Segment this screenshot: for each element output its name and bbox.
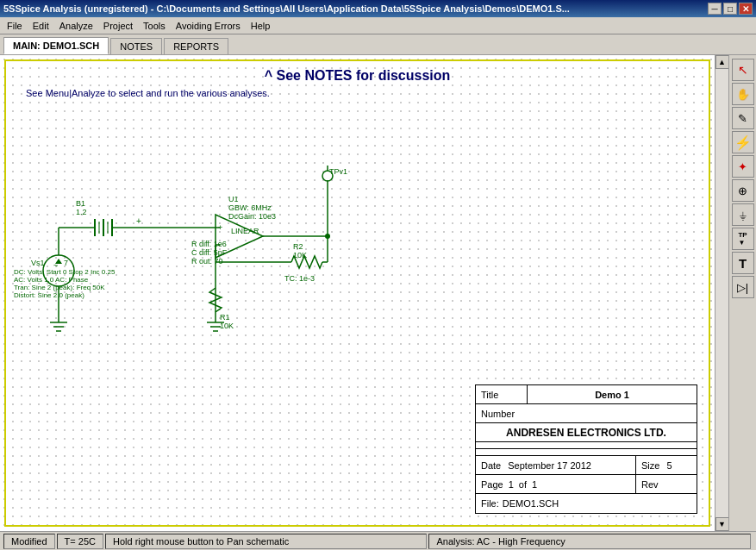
ground-icon: ⏚ — [740, 209, 747, 222]
menu-edit[interactable]: Edit — [28, 19, 54, 33]
tab-notes[interactable]: NOTES — [110, 38, 162, 54]
tab-bar: MAIN: DEMO1.SCH NOTES REPORTS — [0, 34, 756, 55]
diode-icon: ▷| — [737, 281, 748, 294]
probe-icon: TP▼ — [738, 231, 747, 247]
menu-avoiding-errors[interactable]: Avoiding Errors — [171, 19, 246, 33]
svg-text:U1: U1 — [228, 195, 239, 203]
svg-text:Vs1: Vs1 — [31, 259, 45, 267]
temperature-status: T= 25C — [57, 534, 103, 549]
scroll-track[interactable] — [715, 69, 728, 517]
of-label: of — [519, 479, 527, 490]
component-icon: ✦ — [738, 160, 747, 173]
menu-project[interactable]: Project — [98, 19, 138, 33]
title-bar: 5SSpice Analysis (unregistered) - C:\Doc… — [0, 0, 756, 17]
text-tool-button[interactable]: T — [732, 252, 754, 274]
date-value: September 17 2012 — [508, 460, 591, 471]
number-label: Number — [476, 404, 520, 422]
cursor-icon: ↖ — [738, 63, 748, 77]
svg-text:DC: Volts: Start 0 Stop 2 Inc : DC: Volts: Start 0 Stop 2 Inc 0.25 — [14, 268, 116, 276]
date-label: Date — [481, 460, 501, 471]
tab-reports[interactable]: REPORTS — [164, 38, 228, 54]
temperature-label: T= 25C — [65, 536, 96, 547]
menu-file[interactable]: File — [2, 19, 28, 33]
svg-text:DcGain: 10e3: DcGain: 10e3 — [228, 212, 276, 221]
menu-help[interactable]: Help — [246, 19, 276, 33]
file-label: File: — [481, 498, 499, 509]
svg-text:R2: R2 — [293, 242, 303, 251]
svg-text:R1: R1 — [220, 313, 230, 322]
maximize-button[interactable]: □ — [723, 3, 737, 15]
size-section: Size 5 — [636, 456, 697, 474]
ground-tool-button[interactable]: ⏚ — [732, 203, 754, 226]
page-value: 1 — [509, 479, 514, 490]
tab-main[interactable]: MAIN: DEMO1.SCH — [3, 37, 109, 54]
svg-text:Distort: Sine 2.0 (peak): Distort: Sine 2.0 (peak) — [14, 291, 84, 299]
analysis-status: Analysis: AC - High Frequency — [428, 534, 751, 549]
modified-status: Modified — [3, 534, 55, 549]
size-value: 5 — [666, 460, 672, 471]
svg-text:R diff: 1e6: R diff: 1e6 — [191, 240, 227, 248]
pencil-icon: ✎ — [738, 112, 747, 125]
svg-text:B1: B1 — [76, 199, 85, 208]
date-row: Date September 17 2012 Size 5 — [476, 456, 697, 475]
pencil-tool-button[interactable]: ✎ — [732, 107, 754, 129]
hand-icon: ✋ — [736, 88, 750, 101]
hint-status: Hold right mouse button to Pan schematic — [105, 534, 428, 549]
company-name: ANDRESEN ELECTRONICS LTD. — [476, 423, 697, 441]
svg-text:GBW: 6MHz: GBW: 6MHz — [228, 203, 272, 212]
svg-text:Tran: Sine 2 (peak): Freq 50K: Tran: Sine 2 (peak): Freq 50K — [14, 284, 105, 291]
page-label: Page — [481, 479, 503, 490]
file-section: File: DEMO1.SCH — [476, 494, 564, 513]
svg-text:7: 7 — [64, 259, 68, 267]
main-area: ^ See NOTES for discussion See Menu|Anal… — [0, 55, 756, 531]
svg-text:R out: 70: R out: 70 — [191, 257, 223, 266]
connect-tool-button[interactable]: ⊕ — [732, 179, 754, 202]
analysis-label: Analysis: AC - High Frequency — [436, 536, 565, 547]
component-tool-button[interactable]: ✦ — [732, 155, 754, 178]
number-row: Number — [476, 404, 697, 423]
file-value: DEMO1.SCH — [503, 498, 559, 509]
connect-icon: ⊕ — [738, 184, 747, 197]
title-block: Title Demo 1 Number ANDRESEN ELECTRONICS… — [475, 384, 697, 514]
file-row: File: DEMO1.SCH — [476, 494, 697, 513]
title-value: Demo 1 — [528, 385, 697, 403]
svg-text:C diff: 5pF: C diff: 5pF — [191, 248, 228, 257]
page-section: Page 1 of 1 — [476, 475, 636, 493]
size-label: Size — [641, 460, 659, 471]
svg-text:AC: Volts 1.0 AC: Phase: AC: Volts 1.0 AC: Phase — [14, 276, 89, 284]
cursor-tool-button[interactable]: ↖ — [732, 59, 754, 81]
svg-text:10K: 10K — [220, 322, 234, 330]
diode-tool-button[interactable]: ▷| — [732, 276, 754, 298]
spacer-row — [476, 442, 697, 449]
svg-text:+: + — [218, 223, 222, 232]
hand-tool-button[interactable]: ✋ — [732, 83, 754, 105]
menu-tools[interactable]: Tools — [138, 19, 171, 33]
wire-icon: ⚡ — [734, 134, 752, 151]
page-row: Page 1 of 1 Rev — [476, 475, 697, 494]
text-icon: T — [739, 256, 747, 271]
scroll-up-button[interactable]: ▲ — [715, 55, 729, 69]
modified-label: Modified — [11, 536, 47, 547]
close-button[interactable]: ✕ — [739, 3, 753, 15]
menu-bar: File Edit Analyze Project Tools Avoiding… — [0, 17, 756, 34]
title-label: Title — [476, 385, 528, 403]
svg-text:LINEAR: LINEAR — [231, 227, 259, 235]
title-row: Title Demo 1 — [476, 385, 697, 404]
window-controls: ─ □ ✕ — [708, 3, 753, 15]
right-toolbar: ↖ ✋ ✎ ⚡ ✦ ⊕ ⏚ TP▼ T ▷| — [728, 55, 756, 531]
vertical-scrollbar[interactable]: ▲ ▼ — [715, 55, 728, 531]
svg-text:1.2: 1.2 — [76, 208, 87, 216]
schematic-canvas[interactable]: ^ See NOTES for discussion See Menu|Anal… — [0, 55, 715, 531]
rev-label: Rev — [641, 479, 659, 490]
spacer-row2 — [476, 449, 697, 456]
svg-text:TC: 1e-3: TC: 1e-3 — [284, 274, 315, 283]
app-title: 5SSpice Analysis (unregistered) - C:\Doc… — [3, 3, 570, 14]
svg-text:TPv1: TPv1 — [329, 167, 347, 176]
svg-text:+: + — [136, 216, 141, 226]
wire-tool-button[interactable]: ⚡ — [732, 131, 754, 153]
menu-analyze[interactable]: Analyze — [54, 19, 98, 33]
probe-tool-button[interactable]: TP▼ — [732, 228, 754, 250]
scroll-down-button[interactable]: ▼ — [715, 517, 729, 531]
hint-label: Hold right mouse button to Pan schematic — [113, 536, 289, 547]
minimize-button[interactable]: ─ — [708, 3, 722, 15]
